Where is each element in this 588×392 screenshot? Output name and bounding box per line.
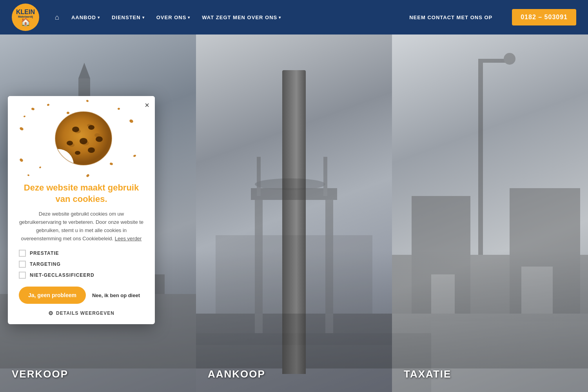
modal-body: Deze website maakt gebruik van cookies. … (8, 182, 155, 324)
nav-aanbod-label: AANBOD (71, 15, 96, 20)
modal-description: Deze website gebruikt cookies om uw gebr… (19, 210, 144, 243)
logo-name: KLEIN (16, 9, 35, 15)
decline-button[interactable]: Nee, ik ben op dieet (92, 292, 140, 298)
nav-contact[interactable]: NEEM CONTACT MET ONS OP (409, 15, 492, 20)
hero-taxatie-label: TAXATIE (404, 368, 451, 380)
svg-marker-1 (78, 63, 90, 78)
modal-buttons: Ja, geen probleem Nee, ik ben op dieet (19, 287, 144, 304)
nav-wat-zegt-label: WAT ZEGT MEN OVER ONS (202, 15, 277, 20)
svg-rect-24 (431, 274, 455, 314)
chevron-down-icon: ▾ (188, 15, 190, 20)
svg-rect-14 (323, 157, 327, 196)
gear-icon: ⚙ (48, 310, 54, 316)
checkbox-niet-geclassificeerd-row: NIET-GECLASSIFICEERD (19, 272, 144, 279)
chevron-down-icon: ▾ (98, 15, 100, 20)
checkbox-prestatie[interactable] (19, 250, 26, 257)
hero-panel-aankoop[interactable]: AANKOOP (196, 34, 392, 392)
nav-home[interactable]: ⌂ (55, 13, 60, 22)
nav-over-ons-label: OVER ONS (156, 15, 187, 20)
chevron-down-icon: ▾ (279, 15, 281, 20)
accept-button[interactable]: Ja, geen probleem (19, 287, 86, 304)
chevron-down-icon: ▾ (142, 15, 145, 20)
nav-links: ⌂ AANBOD ▾ DIENSTEN ▾ OVER ONS ▾ WAT ZEG… (55, 9, 576, 25)
cookie-crumbs (8, 96, 155, 182)
checkbox-prestatie-label: PRESTATIE (30, 250, 59, 256)
logo-house-icon: 🏠 (21, 18, 31, 26)
checkbox-niet-geclassificeerd[interactable] (19, 272, 26, 279)
nav-diensten-label: DIENSTEN (112, 15, 141, 20)
modal-close-button[interactable]: × (145, 101, 149, 110)
checkbox-targeting-row: TARGETING (19, 261, 144, 268)
cookie-image-area (8, 96, 155, 182)
svg-rect-25 (521, 267, 553, 314)
details-label: DETAILS WEERGEVEN (56, 310, 114, 316)
checkbox-targeting-label: TARGETING (30, 261, 61, 267)
checkbox-targeting[interactable] (19, 261, 26, 268)
hero-verkoop-label: VERKOOP (12, 368, 68, 380)
read-more-link[interactable]: Lees verder (115, 236, 142, 241)
svg-point-19 (504, 53, 515, 65)
svg-rect-16 (216, 235, 372, 314)
checkbox-niet-geclassificeerd-label: NIET-GECLASSIFICEERD (30, 272, 94, 278)
checkbox-prestatie-row: PRESTATIE (19, 250, 144, 257)
logo[interactable]: KLEIN Makelaardij 🏠 (12, 4, 39, 31)
details-toggle[interactable]: ⚙ DETAILS WEERGEVEN (19, 310, 144, 316)
svg-rect-8 (196, 314, 392, 392)
nav-over-ons[interactable]: OVER ONS ▾ (156, 15, 191, 20)
nav-contact-label: NEEM CONTACT MET ONS OP (409, 15, 492, 20)
nav-diensten[interactable]: DIENSTEN ▾ (112, 15, 145, 20)
phone-button[interactable]: 0182 – 503091 (512, 9, 576, 25)
nav-aanbod[interactable]: AANBOD ▾ (71, 15, 100, 20)
nav-wat-zegt[interactable]: WAT ZEGT MEN OVER ONS ▾ (202, 15, 281, 20)
modal-title: Deze website maakt gebruik van cookies. (19, 182, 144, 205)
cookie-modal: × (8, 96, 155, 324)
hero-aankoop-label: AANKOOP (208, 368, 265, 380)
phone-number: 0182 – 503091 (521, 14, 568, 20)
svg-rect-9 (196, 333, 392, 345)
navbar: KLEIN Makelaardij 🏠 ⌂ AANBOD ▾ DIENSTEN … (0, 0, 588, 34)
svg-rect-26 (431, 321, 588, 392)
svg-point-15 (255, 178, 325, 190)
hero-panel-taxatie[interactable]: TAXATIE (392, 34, 588, 392)
home-icon: ⌂ (55, 13, 60, 22)
svg-rect-13 (257, 157, 261, 196)
